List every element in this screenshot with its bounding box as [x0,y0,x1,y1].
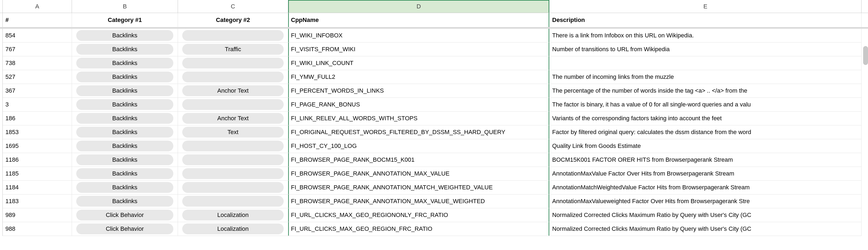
cell-cat1[interactable]: Backlinks [72,126,178,139]
category-chip[interactable]: Backlinks [76,113,173,124]
category-chip[interactable]: Backlinks [76,85,173,96]
category-chip[interactable]: Backlinks [76,182,173,193]
category-chip[interactable]: Backlinks [76,141,173,151]
category-chip[interactable]: Backlinks [76,168,173,179]
category-chip[interactable] [182,182,284,193]
cell-cat1[interactable]: Backlinks [72,43,178,56]
category-chip[interactable] [182,168,284,179]
cell-cat1[interactable]: Backlinks [72,98,178,112]
cell-cat2[interactable] [178,167,288,180]
cell-cppname[interactable]: FI_BROWSER_PAGE_RANK_ANNOTATION_MAX_VALU… [288,167,550,180]
category-chip[interactable]: Anchor Text [182,113,284,124]
row-number-gutter[interactable] [0,56,3,70]
cell-desc[interactable]: The factor is binary, it has a value of … [550,98,862,112]
cell-desc[interactable]: Normalized Corrected Clicks Maximum Rati… [550,208,862,222]
cell-cat1[interactable]: Backlinks [72,153,178,167]
category-chip[interactable] [182,30,284,41]
cell-cat2[interactable]: Localization [178,222,288,236]
row-number-gutter[interactable] [0,70,3,84]
cell-desc[interactable]: There is a link from Infobox on this URL… [550,29,862,43]
cell-desc[interactable]: AnnotationMaxValueweighted Factor Over H… [550,194,862,208]
cell-desc[interactable] [550,56,862,70]
cell-cat1[interactable]: Backlinks [72,194,178,208]
category-chip[interactable]: Traffic [182,44,284,55]
category-chip[interactable]: Backlinks [76,30,173,41]
cell-cppname[interactable]: FI_PAGE_RANK_BONUS [288,98,550,112]
row-number-gutter[interactable] [0,43,3,56]
row-number-gutter[interactable] [0,126,3,139]
category-chip[interactable] [182,99,284,110]
row-number-gutter[interactable] [0,13,3,27]
cell-cat2[interactable] [178,139,288,153]
cell-cat1[interactable]: Backlinks [72,29,178,43]
cell-cat2[interactable] [178,70,288,84]
cell-num[interactable]: 1695 [3,139,72,153]
cell-cat1[interactable]: Backlinks [72,112,178,126]
header-cell-desc[interactable]: Description [550,13,862,27]
cell-num[interactable]: 738 [3,56,72,70]
cell-cppname[interactable]: FI_PERCENT_WORDS_IN_LINKS [288,84,550,98]
cell-cat1[interactable]: Backlinks [72,70,178,84]
vertical-scrollbar[interactable] [863,46,868,65]
cell-cat2[interactable]: Traffic [178,43,288,56]
category-chip[interactable]: Backlinks [76,72,173,82]
cell-desc[interactable]: The number of incoming links from the mu… [550,70,862,84]
cell-cppname[interactable]: FI_BROWSER_PAGE_RANK_ANNOTATION_MATCH_WE… [288,180,550,194]
column-header-E[interactable]: E [550,0,862,13]
select-all-corner[interactable] [0,0,3,13]
row-number-gutter[interactable] [0,180,3,194]
cell-desc[interactable]: Variants of the corresponding factors ta… [550,112,862,126]
category-chip[interactable] [182,72,284,82]
category-chip[interactable]: Backlinks [76,99,173,110]
header-cell-cppname[interactable]: CppName [288,13,550,27]
category-chip[interactable]: Backlinks [76,155,173,165]
category-chip[interactable]: Click Behavior [76,223,173,234]
cell-num[interactable]: 989 [3,208,72,222]
cell-num[interactable]: 988 [3,222,72,236]
cell-cat1[interactable]: Backlinks [72,84,178,98]
category-chip[interactable] [182,155,284,165]
category-chip[interactable]: Localization [182,210,284,220]
cell-cat1[interactable]: Backlinks [72,56,178,70]
cell-num[interactable]: 1184 [3,180,72,194]
row-number-gutter[interactable] [0,153,3,167]
category-chip[interactable]: Anchor Text [182,85,284,96]
cell-desc[interactable]: BOCM15K001 FACTOR ORER HITS from Browser… [550,153,862,167]
cell-num[interactable]: 3 [3,98,72,112]
cell-cat1[interactable]: Backlinks [72,167,178,180]
cell-num[interactable]: 186 [3,112,72,126]
column-header-B[interactable]: B [72,0,178,13]
cell-cppname[interactable]: FI_VISITS_FROM_WIKI [288,43,550,56]
category-chip[interactable]: Localization [182,223,284,234]
cell-num[interactable]: 767 [3,43,72,56]
category-chip[interactable]: Backlinks [76,58,173,68]
cell-cat2[interactable] [178,194,288,208]
row-number-gutter[interactable] [0,84,3,98]
cell-cat1[interactable]: Click Behavior [72,208,178,222]
cell-desc[interactable]: AnnotationMaxValue Factor Over Hits from… [550,167,862,180]
cell-cppname[interactable]: FI_WIKI_LINK_COUNT [288,56,550,70]
cell-num[interactable]: 527 [3,70,72,84]
cell-desc[interactable]: AnnotationMatchWeightedValue Factor Hits… [550,180,862,194]
cell-num[interactable]: 1183 [3,194,72,208]
category-chip[interactable]: Text [182,127,284,138]
cell-cppname[interactable]: FI_WIKI_INFOBOX [288,29,550,43]
cell-cppname[interactable]: FI_BROWSER_PAGE_RANK_ANNOTATION_MAX_VALU… [288,194,550,208]
column-header-D[interactable]: D [288,0,550,13]
cell-cppname[interactable]: FI_URL_CLICKS_MAX_GEO_REGIONONLY_FRC_RAT… [288,208,550,222]
cell-num[interactable]: 1185 [3,167,72,180]
cell-cat1[interactable]: Backlinks [72,139,178,153]
row-number-gutter[interactable] [0,29,3,43]
cell-desc[interactable]: The percentage of the number of words in… [550,84,862,98]
cell-cat1[interactable]: Click Behavior [72,222,178,236]
cell-cat2[interactable]: Text [178,126,288,139]
cell-cat2[interactable]: Anchor Text [178,84,288,98]
cell-cppname[interactable]: FI_BROWSER_PAGE_RANK_BOCM15_K001 [288,153,550,167]
header-cell-num[interactable]: # [3,13,72,27]
cell-num[interactable]: 367 [3,84,72,98]
cell-cppname[interactable]: FI_LINK_RELEV_ALL_WORDS_WITH_STOPS [288,112,550,126]
cell-num[interactable]: 1853 [3,126,72,139]
row-number-gutter[interactable] [0,112,3,126]
cell-cppname[interactable]: FI_YMW_FULL2 [288,70,550,84]
cell-cat1[interactable]: Backlinks [72,180,178,194]
